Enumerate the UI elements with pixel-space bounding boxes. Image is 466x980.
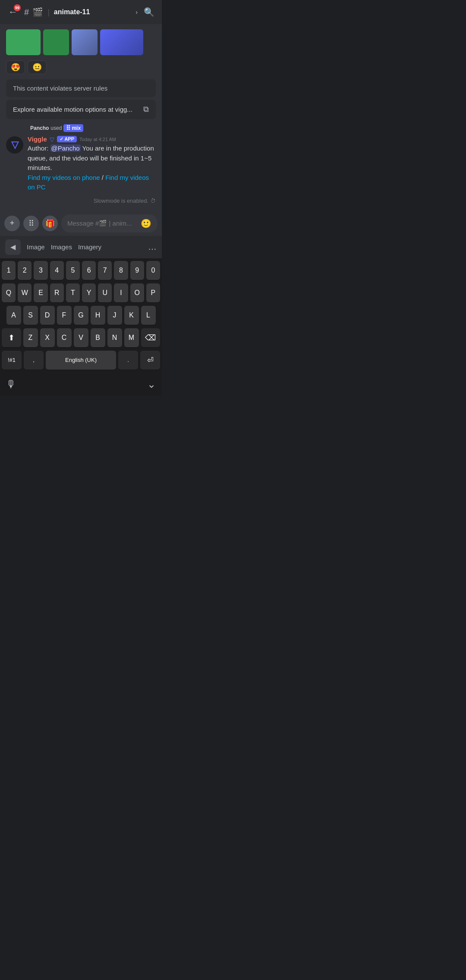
key-6[interactable]: 6 xyxy=(82,261,96,280)
key-3[interactable]: 3 xyxy=(34,261,47,280)
gift-icon: 🎁 xyxy=(45,219,55,228)
header-divider: | xyxy=(47,8,50,17)
mic-icon[interactable]: 🎙 xyxy=(6,378,16,390)
shift-icon: ⬆ xyxy=(8,333,15,342)
key-7[interactable]: 7 xyxy=(98,261,112,280)
keyboard-row-zxcv: ⬆ Z X C V B N M ⌫ xyxy=(2,328,160,347)
chat-area: 😍 😐 This content violates server rules E… xyxy=(0,24,162,211)
spacebar[interactable]: English (UK) xyxy=(46,351,116,370)
key-m[interactable]: M xyxy=(124,328,139,347)
reaction-row: 😍 😐 xyxy=(0,59,162,76)
channel-chevron-icon: › xyxy=(135,9,138,16)
key-r[interactable]: R xyxy=(50,283,64,302)
key-g[interactable]: G xyxy=(74,306,88,325)
external-link-box[interactable]: Explore available motion options at vigg… xyxy=(6,100,156,119)
used-command-user: Pancho xyxy=(30,125,49,131)
shift-key[interactable]: ⬆ xyxy=(2,328,21,347)
key-p[interactable]: P xyxy=(146,283,160,302)
keyboard-row-qwerty: Q W E R T Y U I O P xyxy=(2,283,160,302)
backspace-key[interactable]: ⌫ xyxy=(141,328,161,347)
thumbnail-1 xyxy=(6,29,41,55)
external-link-icon: ⧉ xyxy=(143,105,149,114)
gif-suggestion-images[interactable]: Images xyxy=(51,243,72,251)
key-8[interactable]: 8 xyxy=(114,261,128,280)
slowmode-icon: ⏱ xyxy=(150,198,156,204)
mix-badge-text: mix xyxy=(72,125,81,131)
key-o[interactable]: O xyxy=(130,283,144,302)
gif-more-icon[interactable]: … xyxy=(148,242,157,252)
message-input-box[interactable]: Message #🎬 | anim... 🙂 xyxy=(61,214,157,232)
key-9[interactable]: 9 xyxy=(130,261,144,280)
heart-eyes-emoji: 😍 xyxy=(11,63,20,72)
bottom-bar: 🎙 ⌄ xyxy=(0,375,162,396)
gift-button[interactable]: 🎁 xyxy=(42,216,58,231)
key-4[interactable]: 4 xyxy=(50,261,64,280)
key-y[interactable]: Y xyxy=(82,283,96,302)
gif-collapse-button[interactable]: ◀ xyxy=(5,239,21,255)
key-e[interactable]: E xyxy=(34,283,47,302)
mix-dots-icon: ⠿ xyxy=(66,125,70,132)
symbols-key[interactable]: !#1 xyxy=(2,351,22,370)
comma-key[interactable]: , xyxy=(24,351,44,370)
key-z[interactable]: Z xyxy=(23,328,38,347)
apps-button[interactable]: ⠿ xyxy=(23,216,39,231)
message-header: Viggle ▽ ✓ APP Today at 4:21 AM xyxy=(28,135,156,143)
key-q[interactable]: Q xyxy=(2,283,16,302)
return-key[interactable]: ⏎ xyxy=(140,351,160,370)
dismiss-keyboard-icon[interactable]: ⌄ xyxy=(147,378,156,390)
key-5[interactable]: 5 xyxy=(66,261,80,280)
key-v[interactable]: V xyxy=(74,328,88,347)
key-w[interactable]: W xyxy=(18,283,31,302)
add-attachment-button[interactable]: + xyxy=(4,216,20,231)
back-button[interactable]: ← 99 xyxy=(5,4,21,20)
reaction-neutral[interactable]: 😐 xyxy=(28,60,47,74)
link-find-videos-phone[interactable]: Find my videos on phone xyxy=(28,174,100,181)
gif-suggestion-imagery[interactable]: Imagery xyxy=(78,243,101,251)
key-u[interactable]: U xyxy=(98,283,112,302)
key-i[interactable]: I xyxy=(114,283,128,302)
key-a[interactable]: A xyxy=(6,306,21,325)
message-timestamp: Today at 4:21 AM xyxy=(79,137,116,142)
channel-name[interactable]: animate-11 xyxy=(54,8,132,16)
key-2[interactable]: 2 xyxy=(18,261,31,280)
key-s[interactable]: S xyxy=(23,306,38,325)
key-f[interactable]: F xyxy=(57,306,72,325)
key-l[interactable]: L xyxy=(141,306,156,325)
thumbnail-2 xyxy=(43,29,69,55)
hash-icon: # xyxy=(24,7,29,17)
mix-badge: ⠿ mix xyxy=(63,124,83,132)
key-0[interactable]: 0 xyxy=(146,261,160,280)
keyboard: 1 2 3 4 5 6 7 8 9 0 Q W E R T Y U I O P … xyxy=(0,258,162,375)
notification-badge: 99 xyxy=(14,4,21,11)
reaction-heart-eyes[interactable]: 😍 xyxy=(6,60,25,74)
symbols-label: !#1 xyxy=(8,357,16,363)
key-d[interactable]: D xyxy=(40,306,55,325)
clapper-icon: 🎬 xyxy=(32,7,43,17)
search-button[interactable]: 🔍 xyxy=(141,4,157,20)
used-command-row: Pancho used ⠿ mix xyxy=(0,122,162,134)
gif-suggestion-image[interactable]: Image xyxy=(27,243,45,251)
verified-icon: ▽ xyxy=(50,136,54,143)
key-n[interactable]: N xyxy=(107,328,122,347)
key-c[interactable]: C xyxy=(57,328,72,347)
key-t[interactable]: T xyxy=(66,283,80,302)
used-verb: used xyxy=(50,125,62,131)
plus-icon: + xyxy=(10,219,15,228)
thumbnail-4 xyxy=(100,29,143,55)
slowmode-text: Slowmode is enabled. xyxy=(94,198,148,204)
message-row: ▽ Viggle ▽ ✓ APP Today at 4:21 AM Author… xyxy=(0,134,162,194)
key-h[interactable]: H xyxy=(91,306,105,325)
slowmode-bar: Slowmode is enabled. ⏱ xyxy=(0,194,162,207)
key-b[interactable]: B xyxy=(91,328,105,347)
return-icon: ⏎ xyxy=(147,355,154,365)
blocked-content-text: This content violates server rules xyxy=(13,85,107,92)
key-k[interactable]: K xyxy=(124,306,139,325)
emoji-picker-button[interactable]: 🙂 xyxy=(141,218,151,229)
key-x[interactable]: X xyxy=(40,328,55,347)
avatar-icon: ▽ xyxy=(11,139,19,151)
key-j[interactable]: J xyxy=(107,306,122,325)
apps-dots-icon: ⠿ xyxy=(28,219,34,228)
app-badge-text: ✓ APP xyxy=(60,136,74,142)
key-1[interactable]: 1 xyxy=(2,261,16,280)
period-key[interactable]: . xyxy=(118,351,138,370)
